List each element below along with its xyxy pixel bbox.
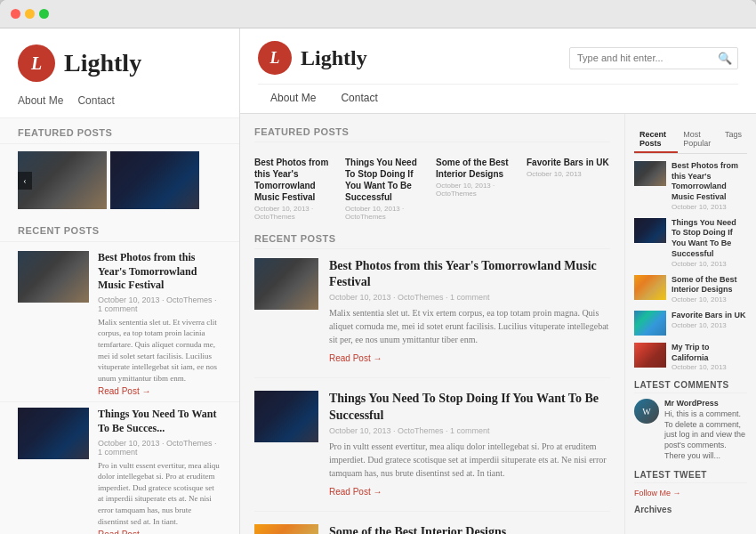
- rp-thumb-0: [254, 258, 318, 310]
- rp-meta-0: October 10, 2013 · OctoThemes · 1 commen…: [329, 293, 610, 302]
- rs-post-title-4: My Trip to California: [672, 343, 747, 363]
- rs-post-info-3: Favorite Bars in UK October 10, 2013: [672, 311, 746, 329]
- rs-post-meta-2: October 10, 2013: [672, 295, 747, 303]
- sp-content-0: Best Photos from this Year's Tomorrowlan…: [98, 251, 221, 396]
- sp-nav-about[interactable]: About Me: [18, 94, 63, 107]
- ms-main-col: Featured Posts ‹ Best Photos from this Y…: [240, 114, 624, 534]
- recent-section-title: Recent Posts: [254, 233, 610, 249]
- maximize-dot[interactable]: [39, 9, 49, 19]
- latest-tweet-title: Latest Tweet: [634, 470, 747, 483]
- rs-post-meta-1: October 10, 2013: [672, 260, 747, 268]
- feat-title-1: Things You Need To Stop Doing If You Wan…: [345, 157, 429, 203]
- rs-tab-tags[interactable]: Tags: [720, 126, 747, 153]
- rp-thumb-1: [254, 391, 318, 442]
- rs-post-info-2: Some of the Best Interior Designs Octobe…: [672, 275, 747, 303]
- sp-nav-contact[interactable]: Contact: [77, 94, 114, 107]
- ms-header: L Lightly 🔍 About Me Contact: [240, 28, 756, 114]
- search-input[interactable]: [570, 49, 712, 67]
- feat-arrow-left[interactable]: ‹: [18, 172, 32, 190]
- rp-title-1: Things You Need To Stop Doing If You Wan…: [329, 391, 610, 423]
- list-item: Best Photos from this Year's Tomorrowlan…: [0, 246, 239, 402]
- sp-logo: L Lightly: [18, 44, 221, 82]
- rp-read-more-1[interactable]: Read Post →: [329, 487, 382, 497]
- featured-section-title: Featured Posts: [254, 126, 610, 142]
- featured-item-0: ‹ Best Photos from this Year's Tomorrowl…: [254, 151, 338, 221]
- rp-content-2: Some of the Best Interior Designs Octobe…: [329, 524, 610, 534]
- comment-avatar: W: [634, 399, 659, 424]
- feat-meta-3: October 10, 2013: [527, 170, 610, 178]
- rp-read-more-0[interactable]: Read Post →: [329, 353, 382, 363]
- ms-logo: L Lightly: [258, 41, 367, 75]
- rs-post-title-2: Some of the Best Interior Designs: [672, 275, 747, 295]
- archives-title: Archives: [634, 505, 747, 514]
- rs-post-info-0: Best Photos from this Year's Tomorrowlan…: [672, 161, 747, 211]
- rs-post-4: My Trip to California October 10, 2013: [634, 343, 747, 371]
- feat-title-3: Favorite Bars in UK: [527, 157, 610, 168]
- sp-logo-text: Lightly: [64, 49, 141, 77]
- rp-content-0: Best Photos from this Year's Tomorrowlan…: [329, 258, 610, 365]
- ms-content: Featured Posts ‹ Best Photos from this Y…: [240, 114, 756, 534]
- close-dot[interactable]: [11, 9, 20, 19]
- feat-title-2: Some of the Best Interior Designs: [436, 157, 519, 180]
- sp-recent-posts: Best Photos from this Year's Tomorrowlan…: [0, 242, 239, 534]
- rs-thumb-3: [634, 311, 666, 336]
- rs-comment-author: Mr WordPress: [664, 399, 719, 408]
- sp-thumb-1: [18, 408, 89, 459]
- rs-tab-popular[interactable]: Most Popular: [678, 126, 720, 153]
- rs-comment-text: Mr WordPress Hi, this is a comment. To d…: [664, 399, 747, 461]
- search-button[interactable]: 🔍: [712, 48, 737, 69]
- featured-item-3: › Favorite Bars in UK October 10, 2013: [527, 151, 610, 221]
- sp-logo-circle: L: [18, 44, 55, 82]
- list-item: Things You Need To Want To Be Succes... …: [0, 402, 239, 534]
- sp-header: L Lightly About Me Contact: [0, 28, 239, 118]
- minimize-dot[interactable]: [25, 9, 35, 19]
- browser-titlebar: [0, 0, 756, 28]
- rs-thumb-0: [634, 161, 666, 186]
- sp-post-title-0: Best Photos from this Year's Tomorrowlan…: [98, 251, 221, 293]
- sp-featured-posts: ‹: [0, 144, 239, 216]
- ms-nav-contact[interactable]: Contact: [328, 85, 390, 113]
- rp-content-1: Things You Need To Stop Doing If You Wan…: [329, 391, 610, 498]
- rs-post-title-1: Things You Need To Stop Doing If You Wan…: [672, 218, 747, 260]
- sp-featured-title: Featured Posts: [0, 118, 239, 144]
- rs-post-info-1: Things You Need To Stop Doing If You Wan…: [672, 218, 747, 268]
- sp-thumb-0: [18, 251, 89, 303]
- sp-post-meta-1: October 10, 2013 · OctoThemes · 1 commen…: [98, 439, 221, 457]
- ms-logo-row: L Lightly 🔍: [258, 41, 738, 75]
- ms-logo-circle: L: [258, 41, 292, 75]
- rp-excerpt-0: Malix sententia slet ut. Et vix ertem co…: [329, 306, 610, 346]
- browser-body: L Lightly About Me Contact Featured Post…: [0, 28, 756, 534]
- featured-item-2: Some of the Best Interior Designs Octobe…: [436, 151, 519, 221]
- sp-post-excerpt-1: Pro in vultt essent evertitur, mea aliqu…: [98, 460, 221, 528]
- browser-dots: [11, 9, 49, 19]
- sidebar-preview: L Lightly About Me Contact Featured Post…: [0, 28, 240, 534]
- rs-post-3: Favorite Bars in UK October 10, 2013: [634, 311, 747, 336]
- rp-title-0: Best Photos from this Year's Tomorrowlan…: [329, 258, 610, 290]
- sp-post-excerpt-0: Malix sententia slet ut. Et viverra clit…: [98, 317, 221, 384]
- rs-post-meta-4: October 10, 2013: [672, 363, 747, 371]
- sp-feat-img-0: ‹: [18, 151, 107, 209]
- rp-title-2: Some of the Best Interior Designs: [329, 524, 610, 534]
- ms-nav-about[interactable]: About Me: [258, 85, 328, 113]
- rs-comment-body: Hi, this is a comment. To delete a comme…: [664, 409, 745, 460]
- featured-item-1: Things You Need To Stop Doing If You Wan…: [345, 151, 429, 221]
- sp-read-more-1[interactable]: Read Post →: [98, 530, 221, 534]
- rs-post-info-4: My Trip to California October 10, 2013: [672, 343, 747, 371]
- ms-sidebar-col: Recent Posts Most Popular Tags Best Phot…: [624, 114, 756, 534]
- sp-nav: About Me Contact: [18, 94, 221, 107]
- rs-post-title-3: Favorite Bars in UK: [672, 311, 746, 321]
- sp-post-meta-0: October 10, 2013 · OctoThemes · 1 commen…: [98, 295, 221, 313]
- ms-nav: About Me Contact: [258, 84, 738, 113]
- rs-thumb-2: [634, 275, 666, 300]
- rs-post-0: Best Photos from this Year's Tomorrowlan…: [634, 161, 747, 211]
- ms-search[interactable]: 🔍: [569, 47, 738, 69]
- sp-post-title-1: Things You Need To Want To Be Succes...: [98, 408, 221, 435]
- recent-post-2: Some of the Best Interior Designs Octobe…: [254, 524, 610, 534]
- rs-tab-recent[interactable]: Recent Posts: [634, 126, 678, 153]
- follow-me-link[interactable]: Follow Me →: [634, 489, 747, 498]
- feat-meta-0: October 10, 2013 · OctoThemes: [254, 205, 338, 221]
- rp-thumb-2: [254, 524, 318, 534]
- feat-meta-1: October 10, 2013 · OctoThemes: [345, 205, 429, 221]
- rs-post-meta-0: October 10, 2013: [672, 203, 747, 211]
- sp-read-more-0[interactable]: Read Post →: [98, 386, 221, 396]
